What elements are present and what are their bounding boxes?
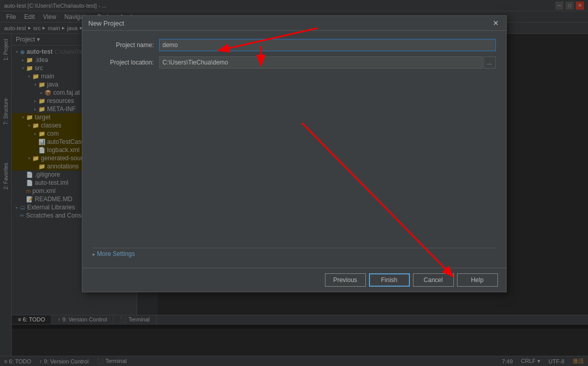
dialog-footer: Previous Finish Cancel Help bbox=[82, 268, 506, 292]
project-location-input[interactable] bbox=[159, 56, 483, 69]
dialog-close-button[interactable]: ✕ bbox=[492, 19, 500, 27]
more-settings-row[interactable]: ▸ More Settings bbox=[93, 248, 496, 260]
more-settings-label: More Settings bbox=[97, 250, 135, 257]
previous-button[interactable]: Previous bbox=[325, 273, 366, 287]
cancel-button[interactable]: Cancel bbox=[413, 273, 454, 287]
dialog-title-bar: New Project ✕ bbox=[82, 16, 506, 31]
new-project-dialog: New Project ✕ Project name: Project loca… bbox=[82, 15, 507, 292]
help-button[interactable]: Help bbox=[457, 273, 498, 287]
dialog-title: New Project bbox=[89, 19, 124, 27]
project-location-row: Project location: ... bbox=[93, 56, 496, 69]
more-settings-arrow-icon: ▸ bbox=[93, 251, 95, 257]
finish-button[interactable]: Finish bbox=[369, 273, 410, 287]
project-location-browse-button[interactable]: ... bbox=[484, 56, 496, 69]
project-name-row: Project name: bbox=[93, 39, 496, 51]
dialog-overlay: New Project ✕ Project name: Project loca… bbox=[0, 0, 588, 366]
project-name-label: Project name: bbox=[93, 41, 159, 49]
project-name-input[interactable] bbox=[159, 39, 496, 51]
dialog-spacer bbox=[93, 74, 496, 248]
ide-background: auto-test [C:\Users\TieChai\auto-test] -… bbox=[0, 0, 588, 366]
project-location-input-group: ... bbox=[159, 56, 496, 69]
project-location-label: Project location: bbox=[93, 59, 159, 66]
dialog-body: Project name: Project location: ... ▸ bbox=[82, 31, 506, 268]
